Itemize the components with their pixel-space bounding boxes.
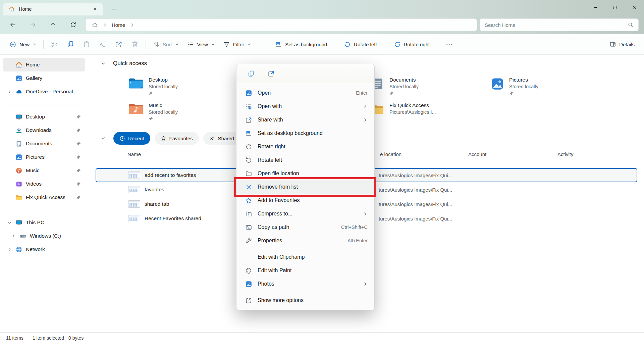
menu-item-show-more-options[interactable]: Show more options	[236, 294, 374, 307]
expand-chevron[interactable]	[11, 234, 19, 238]
menu-item-open[interactable]: Open Enter	[236, 86, 374, 100]
menu-item-compress-to[interactable]: Compress to...	[236, 207, 374, 220]
pin-icon	[509, 91, 538, 96]
collapse-chevron[interactable]	[7, 220, 15, 225]
menu-item-label: Copy as path	[258, 224, 289, 230]
filter-button[interactable]: Filter	[219, 38, 255, 51]
maximize-button[interactable]	[605, 0, 625, 15]
sidebar-item-videos[interactable]: Videos	[3, 177, 85, 191]
menu-item-properties[interactable]: Properties Alt+Enter	[236, 234, 374, 247]
sidebar-item-fix-quick-access[interactable]: Fix Quick Access	[3, 191, 85, 204]
menu-item-open-file-location[interactable]: Open file location	[236, 167, 374, 180]
new-button[interactable]: New	[5, 38, 41, 51]
see-more-button[interactable]	[441, 38, 457, 51]
sidebar-item-network[interactable]: Network	[3, 243, 85, 256]
details-pane-button[interactable]: Details	[605, 38, 639, 51]
share-button[interactable]	[265, 68, 277, 79]
column-header-name[interactable]: Name	[127, 151, 141, 157]
pin-icon	[76, 114, 81, 119]
copy-button[interactable]	[62, 38, 78, 51]
back-button[interactable]	[5, 18, 20, 31]
breadcrumb-item-home[interactable]: Home	[112, 22, 125, 28]
quick-access-card-desktop[interactable]: Desktop Stored locally	[128, 77, 178, 96]
close-button[interactable]	[625, 0, 644, 15]
share-button[interactable]	[111, 38, 127, 51]
delete-button[interactable]	[127, 38, 143, 51]
menu-item-label: Share with	[258, 117, 283, 123]
sort-button[interactable]: Sort	[149, 38, 183, 51]
menu-item-remove-from-list[interactable]: Remove from list	[236, 180, 374, 194]
tab-shared[interactable]: Shared	[203, 132, 240, 145]
expand-chevron[interactable]	[7, 90, 15, 94]
menu-item-share-with[interactable]: Share with	[236, 113, 374, 127]
tab-favourites[interactable]: Favourites	[155, 132, 199, 145]
minimize-button[interactable]	[586, 0, 605, 15]
set-as-background-button[interactable]: Set as background	[271, 38, 331, 51]
titlebar: Home	[0, 0, 644, 15]
up-button[interactable]	[46, 18, 60, 31]
column-header-location[interactable]: e location	[380, 151, 401, 157]
new-tab-button[interactable]	[109, 4, 119, 14]
music-icon	[15, 167, 22, 174]
sidebar-item-windows-c[interactable]: Windows (C:)	[3, 229, 85, 243]
file-name: shared tab	[145, 201, 169, 207]
submenu-chevron-icon	[363, 117, 368, 122]
quick-access-card-fix-quick-access[interactable]: Fix Quick Access Pictures\Auslogics I...	[371, 102, 436, 116]
tab-recent[interactable]: Recent	[113, 132, 150, 145]
collapse-chevron[interactable]	[101, 61, 106, 66]
card-name: Pictures	[509, 77, 538, 83]
sidebar-item-onedrive[interactable]: OneDrive - Personal	[3, 85, 85, 98]
search-input[interactable]	[485, 22, 628, 28]
quick-access-card-pictures[interactable]: Pictures Stored locally	[490, 77, 538, 96]
file-location: tures\Auslogics Images\Fix Qui...	[379, 173, 452, 178]
menu-item-copy-as-path[interactable]: Copy as path Ctrl+Shift+C	[236, 220, 374, 234]
quick-access-card-documents[interactable]: Documents Stored locally	[371, 77, 419, 96]
cut-button[interactable]	[46, 38, 62, 51]
menu-item-open-with[interactable]: Open with	[236, 100, 374, 113]
menu-item-rotate-left[interactable]: Rotate left	[236, 153, 374, 167]
onedrive-cloud-icon	[15, 88, 22, 95]
navigation-bar: Home	[0, 15, 644, 34]
menu-item-rotate-right[interactable]: Rotate right	[236, 140, 374, 153]
rotate-left-button[interactable]: Rotate left	[340, 38, 381, 51]
sidebar-item-music[interactable]: Music	[3, 164, 85, 177]
refresh-button[interactable]	[66, 18, 80, 31]
copy-icon	[248, 70, 255, 77]
new-label: New	[19, 42, 30, 47]
sidebar-item-gallery[interactable]: Gallery	[3, 71, 85, 85]
menu-item-add-to-favourites[interactable]: Add to Favourites	[236, 194, 374, 207]
menu-item-photos[interactable]: Photos	[236, 277, 374, 291]
column-header-activity[interactable]: Activity	[557, 151, 574, 157]
rename-button[interactable]	[95, 38, 111, 51]
rotate-right-button[interactable]: Rotate right	[390, 38, 434, 51]
view-button[interactable]: View	[183, 38, 219, 51]
drive-icon	[19, 233, 26, 240]
expand-chevron[interactable]	[7, 247, 15, 252]
sidebar-item-this-pc[interactable]: This PC	[3, 216, 85, 229]
item-count: 11 items	[6, 335, 23, 341]
menu-item-edit-with-paint[interactable]: Edit with Paint	[236, 264, 374, 277]
collapse-chevron[interactable]	[101, 136, 106, 141]
forward-button[interactable]	[25, 18, 40, 31]
sidebar-item-pictures[interactable]: Pictures	[3, 150, 85, 164]
breadcrumb[interactable]: Home	[86, 18, 477, 31]
sidebar-item-desktop[interactable]: Desktop	[3, 110, 85, 124]
menu-item-set-as-desktop-background[interactable]: Set as desktop background	[236, 127, 374, 140]
sidebar-item-downloads[interactable]: Downloads	[3, 124, 85, 137]
pin-icon	[76, 128, 81, 133]
copy-button[interactable]	[245, 68, 257, 79]
card-subtitle: Pictures\Auslogics I...	[389, 109, 436, 115]
sidebar-item-home[interactable]: Home	[3, 58, 85, 71]
explorer-tab-home[interactable]: Home	[3, 3, 103, 15]
pin-icon	[76, 168, 81, 173]
home-icon	[15, 61, 22, 68]
tab-close-button[interactable]	[91, 5, 99, 13]
menu-item-edit-with-clipchamp[interactable]: Edit with Clipchamp	[236, 250, 374, 264]
paste-button[interactable]	[78, 38, 95, 51]
paste-icon	[83, 41, 90, 48]
quick-access-card-music[interactable]: Music Stored locally	[128, 102, 178, 121]
chevron-right-icon	[130, 23, 134, 27]
column-header-account[interactable]: Account	[468, 151, 486, 157]
search-box[interactable]	[480, 18, 639, 31]
sidebar-item-documents[interactable]: Documents	[3, 137, 85, 150]
